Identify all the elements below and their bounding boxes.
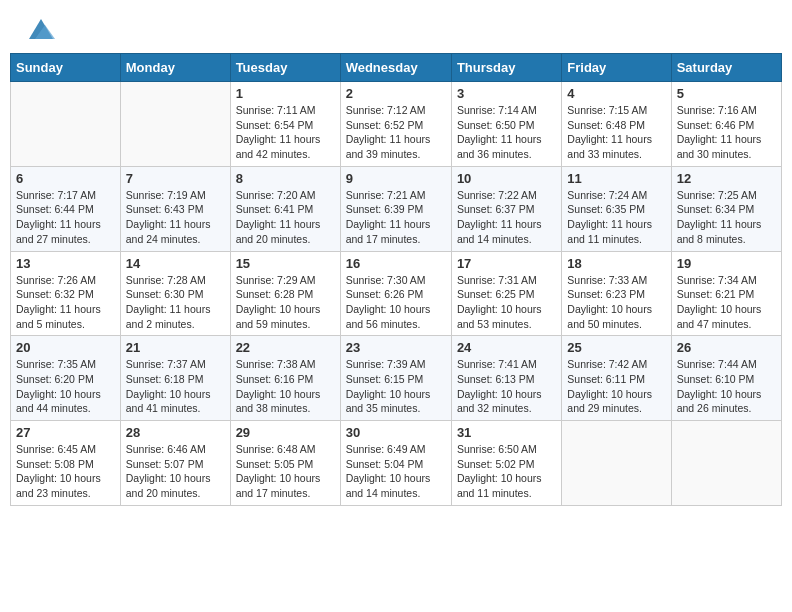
calendar-cell: 30Sunrise: 6:49 AM Sunset: 5:04 PM Dayli… <box>340 421 451 506</box>
day-info: Sunrise: 7:28 AM Sunset: 6:30 PM Dayligh… <box>126 273 225 332</box>
calendar-cell: 15Sunrise: 7:29 AM Sunset: 6:28 PM Dayli… <box>230 251 340 336</box>
day-info: Sunrise: 7:31 AM Sunset: 6:25 PM Dayligh… <box>457 273 556 332</box>
calendar-cell <box>120 82 230 167</box>
day-info: Sunrise: 7:11 AM Sunset: 6:54 PM Dayligh… <box>236 103 335 162</box>
day-header-sunday: Sunday <box>11 54 121 82</box>
day-info: Sunrise: 7:20 AM Sunset: 6:41 PM Dayligh… <box>236 188 335 247</box>
logo-icon <box>27 15 55 43</box>
day-info: Sunrise: 7:44 AM Sunset: 6:10 PM Dayligh… <box>677 357 776 416</box>
day-info: Sunrise: 7:38 AM Sunset: 6:16 PM Dayligh… <box>236 357 335 416</box>
day-number: 3 <box>457 86 556 101</box>
day-number: 7 <box>126 171 225 186</box>
calendar-week-3: 13Sunrise: 7:26 AM Sunset: 6:32 PM Dayli… <box>11 251 782 336</box>
calendar-cell: 2Sunrise: 7:12 AM Sunset: 6:52 PM Daylig… <box>340 82 451 167</box>
day-info: Sunrise: 7:39 AM Sunset: 6:15 PM Dayligh… <box>346 357 446 416</box>
day-info: Sunrise: 6:49 AM Sunset: 5:04 PM Dayligh… <box>346 442 446 501</box>
calendar-cell: 28Sunrise: 6:46 AM Sunset: 5:07 PM Dayli… <box>120 421 230 506</box>
calendar-cell: 17Sunrise: 7:31 AM Sunset: 6:25 PM Dayli… <box>451 251 561 336</box>
day-number: 12 <box>677 171 776 186</box>
day-info: Sunrise: 6:50 AM Sunset: 5:02 PM Dayligh… <box>457 442 556 501</box>
calendar-cell: 22Sunrise: 7:38 AM Sunset: 6:16 PM Dayli… <box>230 336 340 421</box>
day-number: 8 <box>236 171 335 186</box>
day-number: 21 <box>126 340 225 355</box>
calendar-cell: 5Sunrise: 7:16 AM Sunset: 6:46 PM Daylig… <box>671 82 781 167</box>
calendar-cell: 19Sunrise: 7:34 AM Sunset: 6:21 PM Dayli… <box>671 251 781 336</box>
day-number: 27 <box>16 425 115 440</box>
day-number: 1 <box>236 86 335 101</box>
day-number: 19 <box>677 256 776 271</box>
calendar-cell <box>11 82 121 167</box>
day-info: Sunrise: 7:19 AM Sunset: 6:43 PM Dayligh… <box>126 188 225 247</box>
day-number: 16 <box>346 256 446 271</box>
day-info: Sunrise: 6:45 AM Sunset: 5:08 PM Dayligh… <box>16 442 115 501</box>
day-number: 31 <box>457 425 556 440</box>
day-number: 23 <box>346 340 446 355</box>
day-info: Sunrise: 7:34 AM Sunset: 6:21 PM Dayligh… <box>677 273 776 332</box>
day-number: 11 <box>567 171 665 186</box>
calendar-cell: 24Sunrise: 7:41 AM Sunset: 6:13 PM Dayli… <box>451 336 561 421</box>
calendar-cell: 16Sunrise: 7:30 AM Sunset: 6:26 PM Dayli… <box>340 251 451 336</box>
calendar-cell: 29Sunrise: 6:48 AM Sunset: 5:05 PM Dayli… <box>230 421 340 506</box>
calendar-cell: 13Sunrise: 7:26 AM Sunset: 6:32 PM Dayli… <box>11 251 121 336</box>
day-info: Sunrise: 7:15 AM Sunset: 6:48 PM Dayligh… <box>567 103 665 162</box>
calendar-cell <box>562 421 671 506</box>
day-info: Sunrise: 7:35 AM Sunset: 6:20 PM Dayligh… <box>16 357 115 416</box>
calendar-cell: 6Sunrise: 7:17 AM Sunset: 6:44 PM Daylig… <box>11 166 121 251</box>
day-info: Sunrise: 7:21 AM Sunset: 6:39 PM Dayligh… <box>346 188 446 247</box>
calendar-cell: 18Sunrise: 7:33 AM Sunset: 6:23 PM Dayli… <box>562 251 671 336</box>
day-info: Sunrise: 7:30 AM Sunset: 6:26 PM Dayligh… <box>346 273 446 332</box>
day-info: Sunrise: 6:48 AM Sunset: 5:05 PM Dayligh… <box>236 442 335 501</box>
calendar-week-5: 27Sunrise: 6:45 AM Sunset: 5:08 PM Dayli… <box>11 421 782 506</box>
day-number: 30 <box>346 425 446 440</box>
day-header-monday: Monday <box>120 54 230 82</box>
day-info: Sunrise: 7:24 AM Sunset: 6:35 PM Dayligh… <box>567 188 665 247</box>
calendar-cell: 3Sunrise: 7:14 AM Sunset: 6:50 PM Daylig… <box>451 82 561 167</box>
calendar-cell: 7Sunrise: 7:19 AM Sunset: 6:43 PM Daylig… <box>120 166 230 251</box>
day-number: 14 <box>126 256 225 271</box>
calendar-week-2: 6Sunrise: 7:17 AM Sunset: 6:44 PM Daylig… <box>11 166 782 251</box>
day-info: Sunrise: 7:14 AM Sunset: 6:50 PM Dayligh… <box>457 103 556 162</box>
calendar-cell: 11Sunrise: 7:24 AM Sunset: 6:35 PM Dayli… <box>562 166 671 251</box>
calendar-cell: 21Sunrise: 7:37 AM Sunset: 6:18 PM Dayli… <box>120 336 230 421</box>
day-number: 20 <box>16 340 115 355</box>
day-number: 17 <box>457 256 556 271</box>
calendar-cell: 4Sunrise: 7:15 AM Sunset: 6:48 PM Daylig… <box>562 82 671 167</box>
day-number: 5 <box>677 86 776 101</box>
calendar-week-4: 20Sunrise: 7:35 AM Sunset: 6:20 PM Dayli… <box>11 336 782 421</box>
day-number: 22 <box>236 340 335 355</box>
day-number: 18 <box>567 256 665 271</box>
day-info: Sunrise: 7:41 AM Sunset: 6:13 PM Dayligh… <box>457 357 556 416</box>
day-info: Sunrise: 7:12 AM Sunset: 6:52 PM Dayligh… <box>346 103 446 162</box>
logo <box>25 20 55 43</box>
day-number: 24 <box>457 340 556 355</box>
calendar-cell: 8Sunrise: 7:20 AM Sunset: 6:41 PM Daylig… <box>230 166 340 251</box>
calendar-cell: 25Sunrise: 7:42 AM Sunset: 6:11 PM Dayli… <box>562 336 671 421</box>
day-info: Sunrise: 7:37 AM Sunset: 6:18 PM Dayligh… <box>126 357 225 416</box>
day-info: Sunrise: 7:29 AM Sunset: 6:28 PM Dayligh… <box>236 273 335 332</box>
calendar-cell: 27Sunrise: 6:45 AM Sunset: 5:08 PM Dayli… <box>11 421 121 506</box>
calendar-cell: 10Sunrise: 7:22 AM Sunset: 6:37 PM Dayli… <box>451 166 561 251</box>
day-number: 6 <box>16 171 115 186</box>
day-number: 25 <box>567 340 665 355</box>
calendar-cell: 31Sunrise: 6:50 AM Sunset: 5:02 PM Dayli… <box>451 421 561 506</box>
calendar-cell: 12Sunrise: 7:25 AM Sunset: 6:34 PM Dayli… <box>671 166 781 251</box>
calendar-cell: 1Sunrise: 7:11 AM Sunset: 6:54 PM Daylig… <box>230 82 340 167</box>
calendar-week-1: 1Sunrise: 7:11 AM Sunset: 6:54 PM Daylig… <box>11 82 782 167</box>
day-number: 26 <box>677 340 776 355</box>
day-header-wednesday: Wednesday <box>340 54 451 82</box>
day-number: 9 <box>346 171 446 186</box>
calendar-header-row: SundayMondayTuesdayWednesdayThursdayFrid… <box>11 54 782 82</box>
page-header <box>10 10 782 48</box>
day-info: Sunrise: 7:33 AM Sunset: 6:23 PM Dayligh… <box>567 273 665 332</box>
calendar-cell <box>671 421 781 506</box>
day-number: 13 <box>16 256 115 271</box>
calendar-cell: 23Sunrise: 7:39 AM Sunset: 6:15 PM Dayli… <box>340 336 451 421</box>
day-number: 10 <box>457 171 556 186</box>
day-header-friday: Friday <box>562 54 671 82</box>
day-info: Sunrise: 7:42 AM Sunset: 6:11 PM Dayligh… <box>567 357 665 416</box>
day-info: Sunrise: 6:46 AM Sunset: 5:07 PM Dayligh… <box>126 442 225 501</box>
day-header-tuesday: Tuesday <box>230 54 340 82</box>
calendar-cell: 20Sunrise: 7:35 AM Sunset: 6:20 PM Dayli… <box>11 336 121 421</box>
day-number: 29 <box>236 425 335 440</box>
calendar-cell: 9Sunrise: 7:21 AM Sunset: 6:39 PM Daylig… <box>340 166 451 251</box>
